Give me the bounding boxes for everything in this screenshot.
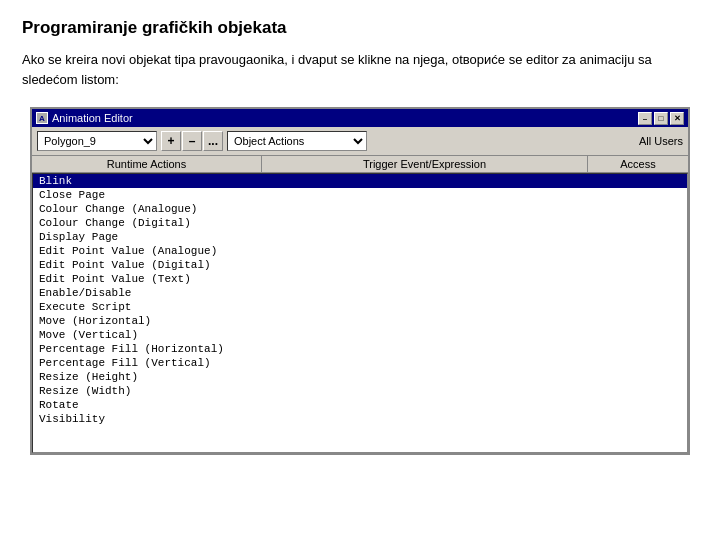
toolbar-row: Polygon_9 + – ... Object Actions All Use… [32, 127, 688, 156]
minimize-button[interactable]: – [638, 112, 652, 125]
list-item[interactable]: Move (Vertical) [33, 328, 687, 342]
col-header-access: Access [588, 156, 688, 172]
list-item[interactable]: Close Page [33, 188, 687, 202]
column-headers: Runtime Actions Trigger Event/Expression… [32, 156, 688, 173]
titlebar-controls[interactable]: – □ ✕ [638, 112, 684, 125]
titlebar-left: A Animation Editor [36, 112, 133, 124]
list-item[interactable]: Edit Point Value (Analogue) [33, 244, 687, 258]
user-label: All Users [639, 135, 683, 147]
remove-button[interactable]: – [182, 131, 202, 151]
actions-list: BlinkClose PageColour Change (Analogue)C… [32, 173, 688, 453]
object-select[interactable]: Polygon_9 [37, 131, 157, 151]
maximize-button[interactable]: □ [654, 112, 668, 125]
add-button[interactable]: + [161, 131, 181, 151]
list-item[interactable]: Execute Script [33, 300, 687, 314]
window-icon: A [36, 112, 48, 124]
toolbar-btn-group: + – ... [161, 131, 223, 151]
col-header-trigger: Trigger Event/Expression [262, 156, 588, 172]
list-item[interactable]: Resize (Width) [33, 384, 687, 398]
list-item[interactable]: Colour Change (Digital) [33, 216, 687, 230]
more-button[interactable]: ... [203, 131, 223, 151]
col-header-runtime: Runtime Actions [32, 156, 262, 172]
list-item[interactable]: Move (Horizontal) [33, 314, 687, 328]
list-item[interactable]: Visibility [33, 412, 687, 426]
list-item[interactable]: Percentage Fill (Vertical) [33, 356, 687, 370]
list-item[interactable]: Display Page [33, 230, 687, 244]
list-item[interactable]: Edit Point Value (Text) [33, 272, 687, 286]
list-item[interactable]: Resize (Height) [33, 370, 687, 384]
list-item[interactable]: Percentage Fill (Horizontal) [33, 342, 687, 356]
list-item[interactable]: Enable/Disable [33, 286, 687, 300]
page-description: Ako se kreira novi objekat tipa pravouga… [22, 50, 698, 89]
list-item[interactable]: Edit Point Value (Digital) [33, 258, 687, 272]
page-content: Programiranje grafičkih objekata Ako se … [0, 0, 720, 455]
close-button[interactable]: ✕ [670, 112, 684, 125]
list-item[interactable]: Rotate [33, 398, 687, 412]
animation-editor-window: A Animation Editor – □ ✕ Polygon_9 + – .… [30, 107, 690, 455]
action-select[interactable]: Object Actions [227, 131, 367, 151]
list-item[interactable]: Colour Change (Analogue) [33, 202, 687, 216]
window-titlebar: A Animation Editor – □ ✕ [32, 109, 688, 127]
page-title: Programiranje grafičkih objekata [22, 18, 698, 38]
window-title: Animation Editor [52, 112, 133, 124]
list-item[interactable]: Blink [33, 174, 687, 188]
